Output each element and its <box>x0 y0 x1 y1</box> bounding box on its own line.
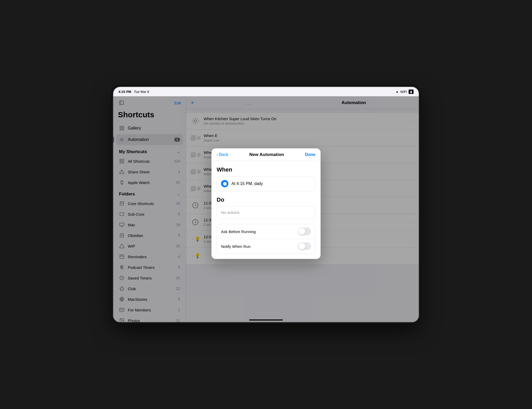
notify-when-run-label: Notify When Run <box>221 244 250 248</box>
ask-before-running-knob <box>298 228 305 235</box>
when-clock-icon: 🕓 <box>221 180 228 187</box>
modal-title: New Automation <box>249 152 284 157</box>
battery-icon: ▮ <box>409 90 414 94</box>
notify-when-run-knob <box>298 243 305 250</box>
modal-done-button[interactable]: Done <box>305 152 315 157</box>
when-value: At 4:15 PM, daily <box>231 181 263 186</box>
new-automation-modal: ‹ Back New Automation Done When 🕓 At 4:1… <box>211 148 321 259</box>
home-indicator <box>249 319 283 321</box>
ask-before-running-label: Ask Before Running <box>221 229 256 234</box>
modal-back-button[interactable]: ‹ Back <box>217 152 228 157</box>
status-left: 4:15 PM Tue Mar 8 <box>118 90 149 94</box>
modal-body: When 🕓 At 4:15 PM, daily Do No actions A… <box>211 161 321 259</box>
modal-header: ‹ Back New Automation Done <box>211 148 321 161</box>
app-content: Edit Shortcuts Gallery <box>113 96 419 322</box>
status-right: ▲ WiFi ▮ <box>396 90 414 94</box>
ask-before-running-row: Ask Before Running <box>217 224 315 239</box>
settings-card: Ask Before Running Notify When Run <box>217 224 315 254</box>
wifi-icon: WiFi <box>400 90 407 94</box>
do-section-title: Do <box>217 196 315 203</box>
back-chevron-icon: ‹ <box>217 152 218 157</box>
status-time: 4:15 PM <box>118 90 131 94</box>
notify-when-run-toggle[interactable] <box>298 242 311 250</box>
notify-when-run-row: Notify When Run <box>217 239 315 254</box>
when-section-title: When <box>217 166 315 173</box>
status-bar: 4:15 PM Tue Mar 8 ▲ WiFi ▮ <box>113 87 419 96</box>
clock-symbol: 🕓 <box>223 182 227 186</box>
ask-before-running-toggle[interactable] <box>298 228 311 235</box>
modal-back-label: Back <box>219 152 228 157</box>
status-date: Tue Mar 8 <box>134 90 149 94</box>
cellular-icon: ▲ <box>396 90 399 93</box>
no-actions-label: No actions <box>221 210 240 215</box>
do-card: No actions <box>217 206 315 219</box>
when-card[interactable]: 🕓 At 4:15 PM, daily <box>217 176 315 191</box>
